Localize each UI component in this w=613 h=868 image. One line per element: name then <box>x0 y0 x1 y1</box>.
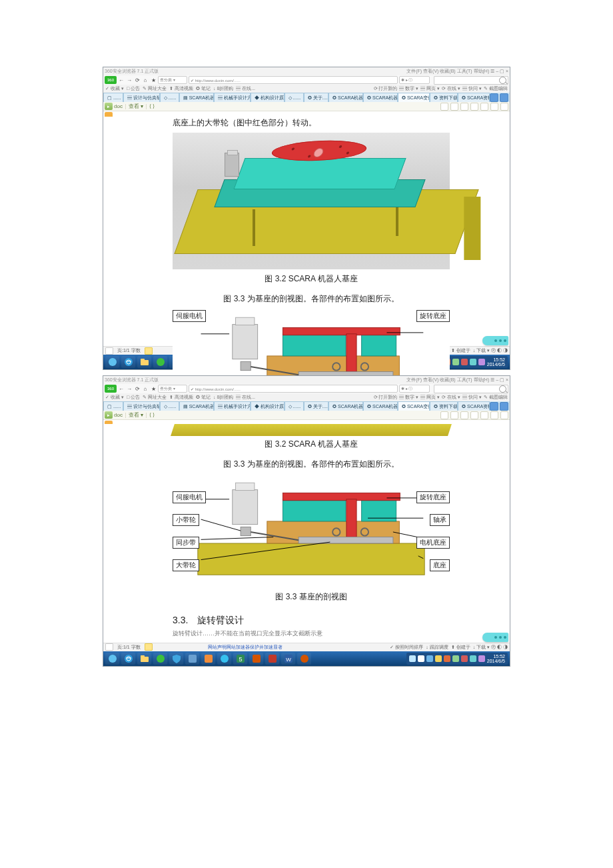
status-item[interactable]: ✓ 按照时间排序 <box>390 644 423 651</box>
browser-tab[interactable]: ▢ ......× <box>103 401 123 411</box>
nav-icon[interactable]: ← <box>118 77 125 83</box>
tablist-button[interactable] <box>500 93 508 102</box>
zoom-box[interactable]: ✱ ▸ ⓘ <box>399 76 430 84</box>
tray-icon[interactable] <box>409 655 416 662</box>
fav-item[interactable]: ⟳ 在线 ▾ <box>442 394 460 401</box>
excel-icon[interactable]: 5 <box>233 653 247 665</box>
tool-icon[interactable] <box>185 653 199 665</box>
nav-icon[interactable]: ⌂ <box>142 385 149 392</box>
doc-tool-button[interactable] <box>500 103 508 111</box>
doc-menu[interactable]: 查看 ▾ <box>129 103 143 110</box>
browser-tab[interactable]: ◆ 机构设计原理...× <box>251 401 285 411</box>
fav-item[interactable]: ▤ 在线... <box>236 394 255 401</box>
browser-tab[interactable]: ✪ SCARA变体...× <box>398 93 430 102</box>
fav-item[interactable]: ▤ 在线... <box>236 85 255 92</box>
status-item[interactable]: ↓ 下载 ▾ Ⓟ ◐ ◑ <box>473 644 508 651</box>
status-button[interactable] <box>105 643 113 651</box>
taskbar-clock[interactable]: 15:522014/6/5 <box>487 357 505 367</box>
browser-tab[interactable]: ✪ 资料下载...× <box>430 93 458 102</box>
fav-item[interactable]: ✓ 收藏 ▾ <box>105 85 124 92</box>
floating-widget[interactable] <box>482 336 508 345</box>
floating-widget[interactable] <box>482 633 508 642</box>
browser-tab[interactable]: ◇ ......× <box>285 401 304 411</box>
browser-tab[interactable]: ▤ 设计与仿真研究...× <box>123 401 160 411</box>
doc-tool-button[interactable] <box>440 103 448 111</box>
tray-icon[interactable] <box>478 655 485 662</box>
tray-icon[interactable] <box>435 655 442 662</box>
browser-brand-icon[interactable]: 360 <box>105 385 117 393</box>
nav-icon[interactable]: ★ <box>150 385 157 392</box>
tray-icon[interactable] <box>452 359 459 365</box>
tray-icon[interactable] <box>418 655 424 662</box>
doc-tool-button[interactable] <box>470 411 478 419</box>
start-icon[interactable] <box>105 356 119 368</box>
paint-icon[interactable] <box>201 653 215 665</box>
window-menu[interactable]: 文件(F) 查看(V) 收藏(B) 工具(T) 帮助(H) ☰ – ▢ × <box>406 377 508 383</box>
url-input[interactable]: ✔ http://www.docin.com/...... <box>189 385 398 393</box>
browser-tab[interactable]: ◆ 机构设计原理...× <box>251 93 285 102</box>
new-tab-button[interactable] <box>490 402 498 411</box>
fav-item[interactable]: □ 公告 <box>127 394 140 401</box>
nav-icon[interactable]: ★ <box>150 77 157 83</box>
browser360-icon[interactable] <box>153 356 167 368</box>
nav-icon[interactable]: ⟳ <box>134 77 141 83</box>
start-icon[interactable] <box>105 653 119 665</box>
fav-item[interactable]: ⟳ 打开新的 <box>374 85 398 92</box>
url-input[interactable]: ✔ http://www.docin.com/...... <box>189 76 398 84</box>
fav-item[interactable]: ⟳ 在线 ▾ <box>442 85 460 92</box>
category-dropdown[interactable]: 查分类 ▾ <box>158 385 187 393</box>
fav-item[interactable]: ✎ 截图编辑 <box>484 85 508 92</box>
status-button[interactable] <box>145 643 153 651</box>
fav-item[interactable]: ↓ 8折团购 <box>213 85 233 92</box>
tray-icon[interactable] <box>470 359 476 365</box>
browser-tab[interactable]: ✪ SCARA机器人...× <box>328 401 363 411</box>
doc-tool-button[interactable] <box>500 411 508 419</box>
skype-icon[interactable] <box>217 653 231 665</box>
doc-tool-button[interactable] <box>480 103 488 111</box>
status-link[interactable]: 网站声明网站加速器保护并加速显著 <box>208 644 283 651</box>
window-menu[interactable]: 文件(F) 查看(V) 收藏(B) 工具(T) 帮助(H) ☰ – ▢ × <box>406 68 508 75</box>
nav-icon[interactable]: ⌂ <box>142 77 149 83</box>
browser-tab[interactable]: ✪ SCARA机器人...× <box>363 93 398 102</box>
nav-icon[interactable]: ⟳ <box>134 385 141 392</box>
browser-tab[interactable]: ✪ 关于......× <box>304 93 329 102</box>
fav-item[interactable]: ▤ 数字 ▾ <box>399 394 418 401</box>
ie-icon[interactable] <box>121 653 135 665</box>
status-item[interactable]: ⬆ 创建于 <box>451 644 470 651</box>
status-item[interactable]: ↓ 下载 ▾ Ⓟ ◐ ◑ <box>473 347 508 354</box>
fav-item[interactable]: ↓ 8折团购 <box>213 394 233 401</box>
tray-icon[interactable] <box>478 359 485 365</box>
browser-tab[interactable]: ✪ SCARA资料...× <box>458 93 490 102</box>
folder-icon[interactable] <box>137 356 151 368</box>
tray-icon[interactable] <box>470 655 476 662</box>
status-item[interactable]: ⬆ 创建于 <box>451 347 470 354</box>
browser-tab[interactable]: ◇ ......× <box>160 93 179 102</box>
doc-tool-button[interactable] <box>480 411 488 419</box>
tray-icon[interactable] <box>452 655 459 662</box>
ppt-icon[interactable] <box>249 653 263 665</box>
new-tab-button[interactable] <box>490 93 498 102</box>
doc-tool-button[interactable] <box>490 103 498 111</box>
fav-item[interactable]: ✎ 网址大全 <box>143 85 167 92</box>
browser-tab[interactable]: ◇ ......× <box>285 93 304 102</box>
search-input[interactable] <box>434 76 508 85</box>
browser-tab[interactable]: ✪ SCARA机器人...× <box>363 401 398 411</box>
doc-tool-button[interactable] <box>450 411 458 419</box>
browser-tab[interactable]: ✪ SCARA变体...× <box>398 401 430 411</box>
shield-icon[interactable] <box>169 653 183 665</box>
nav-icon[interactable]: → <box>126 77 133 83</box>
fav-item[interactable]: ✎ 截图编辑 <box>484 394 508 401</box>
tray-icon[interactable] <box>461 655 468 662</box>
browser-tab[interactable]: ▤ 机械手设计方法...× <box>214 401 251 411</box>
doc-tool-button[interactable] <box>490 411 498 419</box>
browser-tab[interactable]: ▤ 机械手设计方法...× <box>214 93 251 102</box>
status-item[interactable]: ↓ 跟踪调度 <box>426 644 448 651</box>
fav-item[interactable]: ▤ 网页 ▾ <box>420 394 440 401</box>
app-icon[interactable] <box>297 653 311 665</box>
taskbar-clock[interactable]: 15:522014/6/5 <box>487 654 505 663</box>
doc-tool-button[interactable] <box>470 103 478 111</box>
fav-item[interactable]: ⬆ 高清视频 <box>169 85 193 92</box>
fav-item[interactable]: ✪ 笔记 <box>196 85 211 92</box>
fav-item[interactable]: □ 公告 <box>127 85 140 92</box>
doc-page-indicator[interactable]: ⟨ ⟩ <box>149 103 155 109</box>
